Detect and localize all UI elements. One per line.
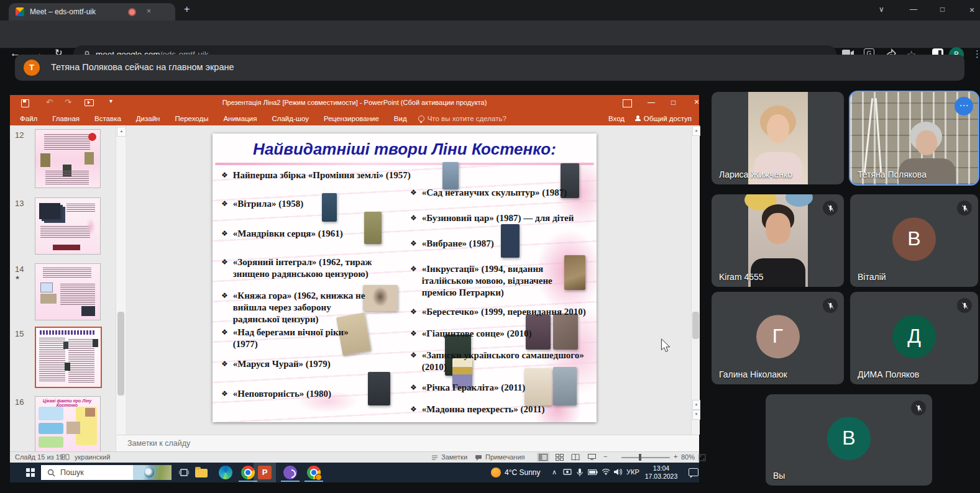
- scrollbar-thumb[interactable]: [117, 312, 124, 396]
- previous-slide-icon[interactable]: ▲: [692, 400, 700, 410]
- viber-icon[interactable]: [283, 466, 297, 479]
- tab-slideshow[interactable]: Слайд-шоу: [272, 115, 309, 122]
- participant-name: Kiram 4555: [719, 272, 764, 282]
- window-maximize-button[interactable]: □: [940, 5, 945, 14]
- bullet-icon: ❖: [221, 290, 228, 325]
- window-close-button[interactable]: ×: [969, 5, 974, 15]
- taskbar-search[interactable]: Пошук: [41, 465, 172, 480]
- self-tile[interactable]: В Вы: [766, 394, 932, 486]
- slideshow-view-button[interactable]: [585, 453, 598, 462]
- participant-tile[interactable]: Г Галина Ніколаюк: [712, 292, 844, 384]
- slide-text: «Неповторність» (1980): [233, 388, 331, 400]
- comments-toggle[interactable]: Примечания: [485, 453, 525, 461]
- window-minimize-button[interactable]: —: [910, 5, 917, 14]
- share-button[interactable]: Общий доступ: [635, 115, 692, 122]
- ppt-close-button[interactable]: ×: [694, 97, 699, 107]
- microphone-tray-icon[interactable]: [577, 468, 583, 477]
- weather-text[interactable]: 4°C Sunny: [505, 468, 541, 477]
- slide-bullet-item: ❖«Неповторність» (1980): [221, 388, 405, 400]
- fit-to-window-icon[interactable]: [698, 454, 706, 461]
- notes-pane[interactable]: Заметки к слайду: [117, 435, 699, 452]
- slide-text: «Зоряний інтеграл» (1962, тираж знищено …: [233, 256, 405, 280]
- participant-tile[interactable]: Лариса Жижченко: [712, 92, 844, 184]
- ppt-restore-button[interactable]: □: [671, 98, 675, 107]
- volume-tray-icon[interactable]: [614, 468, 622, 476]
- sign-in-button[interactable]: Вход: [608, 115, 625, 122]
- participant-name: ДИМА Поляков: [858, 369, 919, 379]
- slide-sorter-view-button[interactable]: [553, 453, 566, 462]
- scroll-up-icon[interactable]: ▲: [117, 127, 126, 137]
- thumbnail-scrollbar[interactable]: ▲ ▼: [116, 125, 126, 451]
- task-view-icon[interactable]: [179, 468, 189, 477]
- search-highlight-image[interactable]: [133, 465, 172, 480]
- slide-thumbnail-panel: 12 13 14 ★: [10, 125, 116, 451]
- meet-pwa-icon[interactable]: [307, 466, 321, 479]
- participant-name: Віталій: [858, 272, 886, 282]
- presenting-tray-icon[interactable]: [563, 469, 572, 476]
- bullet-icon: ❖: [410, 306, 417, 318]
- spellcheck-icon[interactable]: [61, 453, 70, 461]
- participant-tile[interactable]: Д ДИМА Поляков: [850, 292, 978, 384]
- tab-design[interactable]: Дизайн: [136, 115, 160, 122]
- tab-insert[interactable]: Вставка: [94, 115, 121, 122]
- tab-home[interactable]: Главная: [52, 115, 80, 122]
- mouse-cursor: [661, 338, 671, 353]
- slide-scrollbar[interactable]: ▲ ▲ ▼: [691, 125, 700, 435]
- start-button-icon[interactable]: [26, 468, 35, 477]
- slide-thumbnail-16[interactable]: Цікаві факти про Ліну Костенко: [35, 396, 101, 452]
- tile-options-button[interactable]: ⋯: [955, 97, 973, 115]
- slide-text: «Маруся Чурай» (1979): [233, 358, 331, 370]
- tab-view[interactable]: Вид: [394, 115, 407, 122]
- tray-chevron-icon[interactable]: ∧: [552, 468, 557, 476]
- slide-thumbnail-12[interactable]: [35, 129, 101, 188]
- window-chevron-icon[interactable]: ∨: [879, 5, 884, 14]
- keyboard-language[interactable]: УКР: [626, 468, 639, 476]
- weather-sun-icon[interactable]: [491, 468, 501, 477]
- notes-toggle[interactable]: Заметки: [441, 453, 467, 461]
- tab-animations[interactable]: Анимация: [223, 115, 257, 122]
- browser-tab[interactable]: Meet – eds-omtf-uik ×: [9, 3, 175, 20]
- bullet-icon: ❖: [410, 238, 417, 250]
- reading-view-button[interactable]: [569, 453, 582, 462]
- clock[interactable]: 13:04 17.03.2023: [639, 464, 684, 481]
- chrome-icon[interactable]: [241, 466, 255, 479]
- new-tab-button[interactable]: +: [184, 4, 190, 15]
- zoom-level[interactable]: 80%: [681, 453, 695, 461]
- tab-transitions[interactable]: Переходы: [175, 115, 208, 122]
- tab-review[interactable]: Рецензирование: [324, 115, 379, 122]
- file-explorer-icon[interactable]: [195, 466, 208, 477]
- thumb-number: 15: [15, 329, 24, 338]
- action-center-icon[interactable]: [689, 468, 698, 476]
- thumb-caption: Цікаві факти про Ліну Костенко: [37, 399, 97, 407]
- search-placeholder: Пошук: [60, 468, 84, 477]
- slide-thumbnail-13[interactable]: [35, 197, 101, 255]
- participant-tile[interactable]: Kiram 4555: [712, 194, 844, 287]
- tab-close-icon[interactable]: ×: [147, 7, 151, 16]
- tell-me-box[interactable]: Что вы хотите сделать?: [418, 115, 506, 122]
- bullet-icon: ❖: [221, 358, 228, 370]
- zoom-slider-track[interactable]: [621, 457, 670, 458]
- zoom-out-button[interactable]: −: [603, 453, 607, 460]
- participant-tile-active[interactable]: ⋯ Тетяна Полякова: [850, 92, 978, 184]
- ppt-minimize-button[interactable]: —: [648, 98, 655, 107]
- browser-menu-icon[interactable]: ⋮: [973, 48, 980, 60]
- next-slide-icon[interactable]: ▼: [692, 410, 700, 420]
- battery-tray-icon[interactable]: [588, 469, 598, 475]
- slide-thumbnail-14[interactable]: [35, 263, 101, 320]
- participant-tile[interactable]: В Віталій: [850, 194, 978, 287]
- powerpoint-taskbar-icon[interactable]: P: [258, 466, 272, 479]
- wifi-tray-icon[interactable]: [602, 468, 610, 475]
- language-indicator[interactable]: украинский: [75, 453, 110, 461]
- slide-text: «Річка Геракліта» (2011): [422, 382, 526, 394]
- ribbon-display-icon[interactable]: [623, 99, 632, 107]
- scrollbar-thumb[interactable]: [692, 312, 699, 339]
- tab-file[interactable]: Файл: [20, 115, 37, 122]
- zoom-in-button[interactable]: +: [674, 453, 677, 460]
- slide-thumbnail-15-selected[interactable]: [35, 327, 102, 388]
- book-cover-image: [442, 162, 459, 189]
- zoom-slider-thumb[interactable]: [639, 454, 641, 461]
- normal-view-button[interactable]: [537, 453, 549, 462]
- scroll-up-icon[interactable]: ▲: [692, 126, 700, 136]
- edge-icon[interactable]: [219, 466, 232, 479]
- bullet-icon: ❖: [410, 404, 417, 415]
